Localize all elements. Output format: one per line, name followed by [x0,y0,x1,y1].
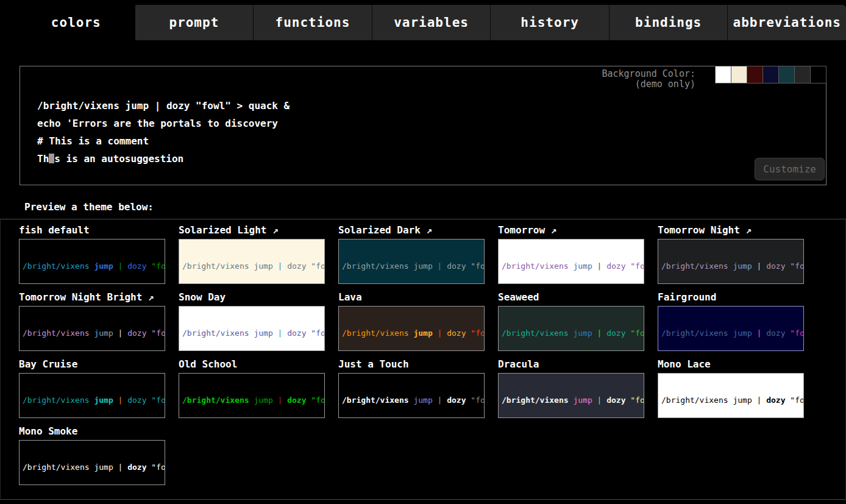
code-segment-path: /bright/vixens [661,328,733,338]
theme-preview-bay-cruise[interactable]: /bright/vixens jump | dozy "fowl" echo '… [19,373,165,418]
code-segment-quote: "fowl" [471,396,485,405]
theme-preview-mono-lace[interactable]: /bright/vixens jump | dozy "fowl" echo '… [658,373,804,418]
code-segment-path: /bright/vixens [342,328,413,338]
theme-preview-tomorrow-night-bright[interactable]: /bright/vixens jump | dozy "fowl" echo '… [19,306,165,351]
theme-name: Tomorrow [498,224,545,236]
theme-preview-tomorrow[interactable]: /bright/vixens jump | dozy "fowl" echo '… [498,239,644,284]
code-segment-pipe: | [757,261,767,271]
code-segment-jump: jump [254,261,277,271]
code-segment-jump: jump [573,261,597,271]
code-segment-pipe: | [597,396,607,405]
code-segment-dozy: dozy [766,261,790,271]
theme-preview-dracula[interactable]: /bright/vixens jump | dozy "fowl" echo '… [498,373,644,418]
code-segment-jump: jump [94,463,118,472]
tab-variables[interactable]: variables [372,5,491,40]
code-segment-dozy: dozy [447,328,471,338]
code-segment-quote: "fowl" [151,463,165,472]
theme-preview-just-a-touch[interactable]: /bright/vixens jump | dozy "fowl" echo '… [338,373,485,418]
code-segment-pipe: | [757,396,767,405]
code-segment-quote: "fowl" [471,261,485,271]
theme-preview-seaweed[interactable]: /bright/vixens jump | dozy "fowl" echo '… [498,306,644,351]
code-segment-pipe: | [278,328,288,338]
code-segment-jump: jump [573,396,597,405]
theme-preview-old-school[interactable]: /bright/vixens jump | dozy "fowl" echo '… [179,373,325,418]
code-segment-quote: "fowl" [151,396,165,405]
code-segment-quote: "fowl" [630,328,644,338]
theme-title: Solarized Light ↗ [179,224,325,237]
external-link-icon[interactable]: ↗ [740,224,752,236]
external-link-icon[interactable]: ↗ [267,224,279,236]
theme-title: Old School [179,358,325,371]
background-swatch-2[interactable] [747,66,763,83]
theme-preview-snow-day[interactable]: /bright/vixens jump | dozy "fowl" echo '… [179,306,325,351]
theme-card: Seaweed /bright/vixens jump | dozy "fowl… [498,291,644,351]
themes-section: fish default /bright/vixens jump | dozy … [0,219,846,500]
theme-name: Just a Touch [338,358,409,370]
theme-title: Bay Cruise [19,358,165,371]
theme-preview-mono-smoke[interactable]: /bright/vixens jump | dozy "fowl" echo '… [19,440,165,485]
code-segment-jump: jump [413,396,437,405]
tab-bindings[interactable]: bindings [609,5,728,40]
code-segment-path: /bright/vixens [182,261,254,271]
tab-functions[interactable]: functions [253,5,372,40]
code-segment-pipe: | [118,396,128,405]
preview-line-command: /bright/vixens jump | dozy "fowl" [661,261,800,272]
external-link-icon[interactable]: ↗ [545,224,556,236]
preview-line-command: /bright/vixens jump | dozy "fowl" [502,396,641,406]
theme-name: Tomorrow Night Bright [19,291,142,303]
background-swatch-3[interactable] [762,66,779,83]
code-segment-pipe: | [438,328,447,338]
code-segment-jump: jump [413,328,437,338]
code-segment-dozy: dozy [287,396,311,405]
theme-card: Tomorrow Night Bright ↗ /bright/vixens j… [19,291,165,351]
code-segment-quote: "fowl" [630,261,644,271]
code-segment-path: /bright/vixens [23,261,94,271]
code-segment-dozy: dozy [127,463,151,472]
theme-card: fish default /bright/vixens jump | dozy … [19,224,165,284]
preview-line-command: /bright/vixens jump | dozy "fowl" [182,261,321,272]
background-swatch-0[interactable] [715,66,731,83]
code-segment-pipe: | [438,396,447,405]
code-segment-quote: "fowl" [471,328,485,338]
theme-preview-lava[interactable]: /bright/vixens jump | dozy "fowl" echo '… [338,306,485,351]
theme-name: Fairground [658,291,716,303]
code-segment-path: /bright/vixens [182,328,254,338]
code-segment-pipe: | [118,463,128,472]
demo-terminal: Background Color:(demo only) /bright/vix… [20,66,826,185]
preview-line-command: /bright/vixens jump | dozy "fowl" [23,261,162,272]
theme-preview-solarized-light[interactable]: /bright/vixens jump | dozy "fowl" echo '… [179,239,325,284]
preview-line-command: /bright/vixens jump | dozy "fowl" [502,328,641,339]
tab-prompt[interactable]: prompt [135,5,254,40]
theme-card: Bay Cruise /bright/vixens jump | dozy "f… [19,358,165,418]
theme-preview-fairground[interactable]: /bright/vixens jump | dozy "fowl" echo '… [658,306,804,351]
theme-preview-solarized-dark[interactable]: /bright/vixens jump | dozy "fowl" echo '… [338,239,485,284]
code-segment-quote: "fowl" [151,261,165,271]
external-link-icon[interactable]: ↗ [421,224,432,236]
code-segment-dozy: dozy [606,328,630,338]
code-segment-path: /bright/vixens [23,463,94,472]
code-segment-dozy: dozy [766,396,790,405]
tab-abbreviations[interactable]: abbreviations [727,5,846,40]
theme-preview-tomorrow-night[interactable]: /bright/vixens jump | dozy "fowl" echo '… [658,239,804,284]
background-swatch-5[interactable] [794,66,811,83]
theme-name: Lava [338,291,362,303]
background-swatch-1[interactable] [731,66,747,83]
tab-colors[interactable]: colors [17,5,135,40]
theme-card: Solarized Light ↗ /bright/vixens jump | … [179,224,325,284]
theme-card: Dracula /bright/vixens jump | dozy "fowl… [498,358,644,418]
customize-button[interactable]: Customize [755,158,825,180]
code-segment-pipe: | [597,328,607,338]
code-segment-dozy: dozy [287,261,311,271]
background-swatch-6[interactable] [810,66,826,83]
theme-card: Snow Day /bright/vixens jump | dozy "fow… [179,291,325,351]
external-link-icon[interactable]: ↗ [142,291,154,303]
background-swatch-4[interactable] [778,66,795,83]
preview-line-command: /bright/vixens jump | dozy "fowl" [502,261,641,272]
preview-line-command: /bright/vixens jump | dozy "fowl" [342,261,481,272]
tab-history[interactable]: history [490,5,609,40]
code-segment-path: /bright/vixens [502,261,573,271]
code-segment-quote: "fowl" [311,261,325,271]
code-segment-jump: jump [94,396,118,405]
code-segment-dozy: dozy [606,396,630,405]
theme-preview-fish-default[interactable]: /bright/vixens jump | dozy "fowl" echo '… [19,239,165,284]
